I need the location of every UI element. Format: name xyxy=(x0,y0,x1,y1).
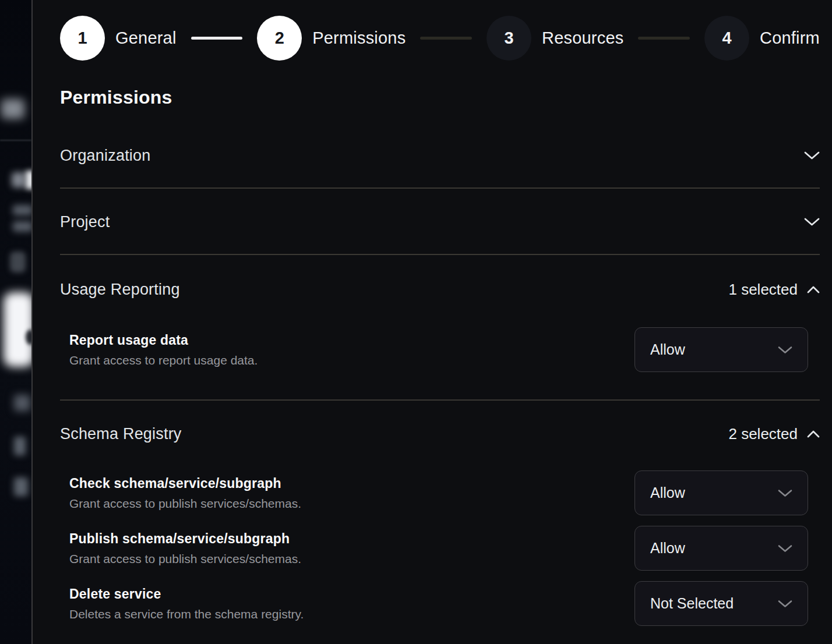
sidebar-blur-badge xyxy=(1,99,24,119)
step-confirm-label: Confirm xyxy=(760,29,820,48)
step-confirm[interactable]: 4 Confirm xyxy=(704,16,820,61)
chevron-up-icon xyxy=(807,286,820,293)
step-connector-upcoming xyxy=(420,37,472,40)
section-title: Organization xyxy=(60,146,151,165)
step-resources-label: Resources xyxy=(542,29,623,48)
permission-description: Grant access to report usage data. xyxy=(69,353,258,368)
sidebar-blur-heading xyxy=(26,171,31,189)
permission-description: Grant access to publish services/schemas… xyxy=(69,551,301,567)
section-organization: Organization xyxy=(60,108,820,187)
sidebar-blur-nav-item-3 xyxy=(14,477,28,496)
permission-text: Report usage data Grant access to report… xyxy=(69,332,258,368)
step-general-circle: 1 xyxy=(60,16,105,61)
permission-title: Delete service xyxy=(69,586,304,602)
select-value: Not Selected xyxy=(650,595,734,612)
permission-title: Publish schema/service/subgraph xyxy=(69,530,301,547)
select-value: Allow xyxy=(650,341,685,358)
sidebar-blur-nav-item-1 xyxy=(14,395,30,411)
select-value: Allow xyxy=(650,540,685,557)
permission-title: Report usage data xyxy=(69,332,258,348)
permission-description: Deletes a service from the schema regist… xyxy=(69,607,304,622)
sidebar-blur-divider xyxy=(0,140,31,141)
permission-row-report-usage-data: Report usage data Grant access to report… xyxy=(69,327,808,372)
page-title: Permissions xyxy=(60,86,820,108)
permission-text: Check schema/service/subgraph Grant acce… xyxy=(69,475,301,511)
step-confirm-circle: 4 xyxy=(704,16,749,61)
section-project-header[interactable]: Project xyxy=(60,189,820,254)
report-usage-data-select[interactable]: Allow xyxy=(634,327,808,372)
step-resources-circle: 3 xyxy=(486,16,531,61)
step-connector-complete xyxy=(191,37,243,40)
step-permissions[interactable]: 2 Permissions xyxy=(257,16,406,61)
selected-count-badge: 2 selected xyxy=(728,425,798,443)
section-title: Schema Registry xyxy=(60,424,182,444)
section-schema-registry-header[interactable]: Schema Registry 2 selected xyxy=(60,401,820,444)
permission-row-delete-service: Delete service Deletes a service from th… xyxy=(69,581,808,626)
section-schema-registry: Schema Registry 2 selected Check schema/… xyxy=(60,401,820,631)
sidebar-blur-icon xyxy=(12,172,26,187)
chevron-up-icon xyxy=(807,430,820,438)
section-project: Project xyxy=(60,189,820,254)
sidebar-blur-logo-card xyxy=(3,292,31,367)
step-resources[interactable]: 3 Resources xyxy=(486,16,623,61)
sidebar-blur-nav-item-2 xyxy=(14,437,26,455)
section-title: Usage Reporting xyxy=(60,279,180,299)
permission-row-check-schema: Check schema/service/subgraph Grant acce… xyxy=(69,470,808,515)
permission-row-publish-schema: Publish schema/service/subgraph Grant ac… xyxy=(69,526,808,571)
permission-text: Publish schema/service/subgraph Grant ac… xyxy=(69,530,301,567)
chevron-down-icon xyxy=(778,544,792,553)
chevron-down-icon xyxy=(778,489,792,497)
check-schema-select[interactable]: Allow xyxy=(634,470,808,515)
step-permissions-circle: 2 xyxy=(257,16,302,61)
chevron-down-icon xyxy=(804,151,820,160)
selected-count-badge: 1 selected xyxy=(728,281,798,299)
delete-service-select[interactable]: Not Selected xyxy=(634,581,808,626)
sidebar-backdrop xyxy=(0,0,31,644)
permission-rows: Report usage data Grant access to report… xyxy=(60,327,820,399)
step-general[interactable]: 1 General xyxy=(60,16,177,61)
step-general-label: General xyxy=(115,29,177,48)
section-title: Project xyxy=(60,212,110,232)
sidebar-blur-text-line-2 xyxy=(13,221,31,232)
chevron-down-icon xyxy=(804,217,820,227)
create-token-wizard-panel: 1 General 2 Permissions 3 Resources 4 Co… xyxy=(33,0,832,644)
permission-description: Grant access to publish services/schemas… xyxy=(69,496,301,511)
section-organization-header[interactable]: Organization xyxy=(60,108,820,187)
select-value: Allow xyxy=(650,484,685,501)
step-permissions-label: Permissions xyxy=(312,29,406,48)
chevron-down-icon xyxy=(778,600,792,608)
sidebar-blur-logo-mark xyxy=(26,330,31,345)
chevron-down-icon xyxy=(778,346,792,354)
permission-rows: Check schema/service/subgraph Grant acce… xyxy=(60,470,820,631)
publish-schema-select[interactable]: Allow xyxy=(634,526,808,571)
permission-text: Delete service Deletes a service from th… xyxy=(69,586,304,622)
section-usage-reporting-header[interactable]: Usage Reporting 1 selected xyxy=(60,255,820,299)
section-usage-reporting: Usage Reporting 1 selected Report usage … xyxy=(60,255,820,399)
permission-title: Check schema/service/subgraph xyxy=(69,475,301,491)
wizard-stepper: 1 General 2 Permissions 3 Resources 4 Co… xyxy=(60,0,820,61)
step-connector-upcoming xyxy=(638,37,690,40)
sidebar-blur-tile xyxy=(10,252,26,273)
sidebar-blur-text-line-1 xyxy=(13,205,31,215)
